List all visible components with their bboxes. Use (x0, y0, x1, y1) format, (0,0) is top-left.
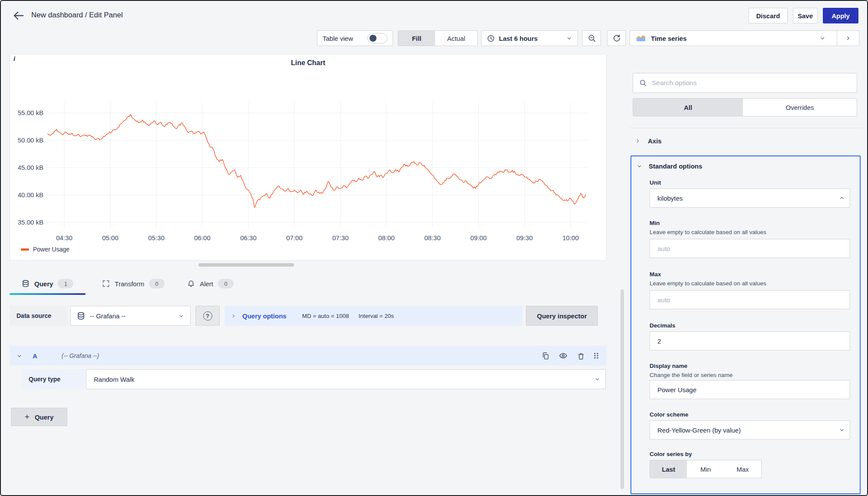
table-view-toggle[interactable] (367, 33, 387, 43)
query-inspector-button[interactable]: Query inspector (526, 306, 598, 326)
save-button[interactable]: Save (793, 8, 818, 23)
discard-button[interactable]: Discard (749, 8, 788, 23)
color-series-last[interactable]: Last (650, 460, 687, 478)
data-source-picker[interactable]: -- Grafana -- (70, 306, 191, 326)
legend-label: Power Usage (33, 246, 69, 253)
svg-text:04:30: 04:30 (56, 234, 73, 241)
tab-alert[interactable]: Alert 0 (187, 279, 234, 288)
table-view-control: Table view (317, 30, 393, 46)
zoom-out-button[interactable] (582, 30, 601, 46)
chevron-down-icon (637, 163, 642, 169)
clock-icon (487, 34, 495, 43)
unit-value: kilobytes (657, 195, 683, 202)
unit-label: Unit (650, 179, 850, 186)
color-series-min[interactable]: Min (687, 460, 724, 478)
decimals-label: Decimals (650, 322, 850, 329)
tab-query-count: 1 (58, 279, 73, 288)
color-series-by-label: Color series by (650, 451, 850, 457)
query-type-select[interactable]: Random Walk (86, 369, 606, 389)
chart-legend[interactable]: Power Usage (21, 246, 69, 253)
database-icon (22, 280, 30, 288)
time-range-label: Last 6 hours (499, 35, 562, 42)
svg-text:55.00 kB: 55.00 kB (18, 109, 43, 116)
tab-transform[interactable]: Transform 0 (102, 279, 165, 288)
svg-text:06:30: 06:30 (240, 234, 257, 241)
svg-text:35.00 kB: 35.00 kB (18, 218, 43, 226)
chevron-down-icon (566, 35, 572, 41)
axis-section-header[interactable]: Axis (635, 132, 856, 149)
chart-panel: i Line Chart 55.00 kB50.00 kB45.00 kB40.… (10, 54, 607, 261)
min-input[interactable] (650, 239, 850, 258)
viz-type-picker[interactable]: Time series (630, 30, 859, 46)
tab-overrides[interactable]: Overrides (743, 99, 857, 116)
chevron-down-icon (17, 353, 22, 359)
active-tab-underline (10, 293, 86, 295)
tab-transform-label: Transform (115, 280, 144, 288)
time-range-picker[interactable]: Last 6 hours (481, 30, 578, 46)
color-scheme-value: Red-Yellow-Green (by value) (657, 427, 741, 434)
options-filter-tabs: All Overrides (633, 98, 857, 116)
svg-text:50.00 kB: 50.00 kB (18, 136, 43, 144)
color-series-by-segment: Last Min Max (650, 460, 762, 478)
decimals-input[interactable] (650, 331, 850, 351)
actual-button[interactable]: Actual (435, 31, 477, 46)
standard-options-header[interactable]: Standard options (631, 156, 860, 170)
chevron-right-icon (231, 313, 236, 319)
editor-tabs: Query 1 Transform 0 Alert 0 (22, 279, 234, 288)
tab-alert-label: Alert (200, 280, 213, 288)
fill-button[interactable]: Fill (398, 31, 435, 46)
standard-options-section: Standard options Unit kilobytes Min Leav… (630, 155, 861, 494)
hide-query-eye-icon[interactable] (559, 351, 568, 360)
back-arrow-icon[interactable] (12, 10, 25, 22)
tab-all[interactable]: All (633, 99, 743, 116)
delete-query-trash-icon[interactable] (577, 352, 585, 360)
table-view-label: Table view (323, 35, 353, 42)
drag-handle-dots-icon[interactable] (593, 352, 600, 360)
search-icon (639, 79, 647, 87)
svg-text:10:00: 10:00 (562, 234, 579, 241)
color-scheme-label: Color scheme (650, 411, 850, 418)
add-query-label: Query (35, 413, 53, 421)
query-options-interval: Interval = 20s (359, 313, 394, 319)
viz-type-label: Time series (651, 35, 819, 42)
svg-text:45.00 kB: 45.00 kB (18, 164, 43, 171)
svg-text:07:30: 07:30 (332, 234, 349, 241)
collapse-options-pane-icon[interactable] (837, 35, 859, 41)
svg-text:05:30: 05:30 (148, 234, 165, 241)
chevron-right-icon (635, 138, 640, 144)
search-options-input[interactable] (652, 74, 851, 92)
unit-select[interactable]: kilobytes (650, 188, 850, 208)
add-query-button[interactable]: + Query (11, 408, 67, 426)
plus-icon: + (25, 412, 30, 422)
refresh-button[interactable] (607, 30, 626, 46)
svg-text:40.00 kB: 40.00 kB (18, 191, 43, 198)
apply-button[interactable]: Apply (823, 8, 858, 23)
timeseries-chart[interactable]: 55.00 kB50.00 kB45.00 kB40.00 kB35.00 kB… (10, 54, 607, 261)
axis-section-label: Axis (648, 137, 662, 145)
svg-text:08:00: 08:00 (378, 234, 395, 241)
color-series-max[interactable]: Max (724, 460, 761, 478)
query-row-header[interactable]: A (-- Grafana --) (10, 346, 607, 366)
transform-icon (102, 280, 110, 288)
max-label: Max (650, 271, 850, 278)
fill-actual-segment: Fill Actual (398, 30, 478, 46)
scrollbar[interactable] (620, 289, 624, 489)
query-type-label: Query type (22, 369, 85, 389)
svg-text:09:00: 09:00 (470, 234, 487, 241)
chevron-down-icon (839, 427, 845, 433)
query-options-label: Query options (242, 312, 287, 320)
max-input[interactable] (650, 290, 850, 309)
tab-query[interactable]: Query 1 (22, 279, 73, 288)
chevron-down-icon (178, 313, 184, 319)
query-options-toggle[interactable]: Query options (231, 312, 287, 320)
chevron-down-icon (819, 35, 825, 41)
data-source-help-button[interactable]: ? (195, 306, 220, 326)
duplicate-query-icon[interactable] (541, 352, 549, 360)
question-mark-icon: ? (203, 311, 212, 321)
pane-resize-handle[interactable] (198, 263, 294, 267)
display-name-input[interactable] (650, 380, 850, 399)
magnifier-minus-icon (587, 34, 596, 43)
query-options-bar: Query options MD = auto = 1008 Interval … (224, 306, 522, 326)
color-scheme-select[interactable]: Red-Yellow-Green (by value) (650, 420, 850, 440)
svg-text:07:00: 07:00 (286, 234, 303, 241)
